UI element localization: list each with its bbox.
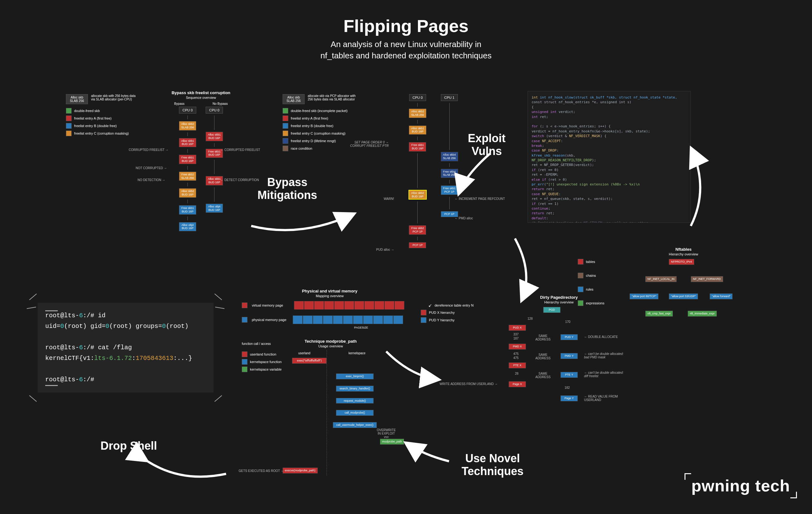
anno-refcount: ← INCREMENT PAGE REFCOUNT [455, 197, 505, 201]
code-snippet: int int nf_hook_slow(struct sk_buff *skb… [527, 91, 691, 223]
panel-dual-cpu: CPU 0 Alloc skb2 SLAB 256 Alloc skb1 BUD… [396, 94, 471, 248]
panel-deref: ↙dereference table entry N PUD X hierarc… [421, 303, 484, 325]
step-bypass: Bypass Mitigations [258, 176, 317, 202]
panel-slab-legend-1: Alloc skb SLAB 256 allocate skb with 256… [66, 94, 154, 138]
anno-corrupted-l: CORRUPTED FREELIST → [129, 148, 169, 152]
step-novel: Use Novel Techniques [462, 452, 523, 478]
anno-pmd: ← PMD alloc [455, 216, 473, 220]
anno-pud: PUD alloc → [376, 248, 394, 251]
page-title: Flipping Pages An analysis of a new Linu… [321, 16, 492, 61]
step-exploit: Exploit Vulns [468, 132, 505, 158]
step-shell: Drop Shell [100, 439, 157, 452]
anno-exec-root: GETS EXECUTED AS ROOT → [239, 469, 284, 473]
anno-detect: ← DETECT CORRUPTION [221, 178, 259, 182]
main-title: Flipping Pages [321, 16, 492, 36]
anno-notcorrupted: NOT CORRUPTED → [136, 166, 167, 170]
subtitle-1: An analysis of a new Linux vulnerability… [321, 39, 492, 50]
panel-bypass-seq: Bypass skb freelist corruption Sequence … [160, 90, 242, 231]
anno-warn: WARN! [384, 197, 394, 201]
anno-corrupted-r: ← CORRUPTED FREELIST [221, 148, 260, 152]
anno-nodetect: NO DETECTION → [138, 178, 165, 182]
terminal: root@lts-6:/# id uid=0(root) gid=0(root)… [38, 303, 213, 393]
panel-memory: Physical and virtual memory Mapping over… [242, 289, 417, 329]
anno-write-userland: WRITE ADDRESS FROM USERLAND → [440, 382, 498, 386]
subtitle-2: nf_tables and hardened exploitation tech… [321, 50, 492, 61]
brand-logo: pwning tech [691, 476, 790, 495]
anno-setpage: SET PAGE ORDER 0 → CORRUPT FREELIST PTR [350, 141, 389, 148]
